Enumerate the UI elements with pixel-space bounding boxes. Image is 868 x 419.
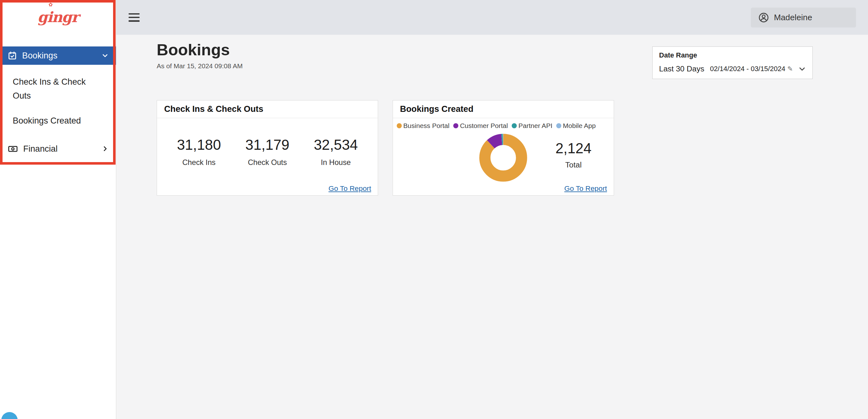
user-name: Madeleine (774, 12, 812, 23)
user-icon (758, 12, 769, 23)
chevron-right-icon (102, 146, 108, 152)
card-title: Check Ins & Check Outs (157, 100, 378, 118)
go-to-report-link[interactable]: Go To Report (564, 184, 607, 193)
sidebar-item-financial[interactable]: Financial (0, 140, 116, 158)
legend-item-customer-portal[interactable]: Customer Portal (453, 122, 508, 129)
chart-legend: Business PortalCustomer PortalPartner AP… (393, 118, 614, 129)
sidebar-nav: Bookings Check Ins & Check Outs Bookings… (0, 47, 116, 158)
sidebar-item-label: Financial (23, 144, 97, 154)
stat-value: 32,534 (314, 137, 358, 153)
legend-label: Business Portal (403, 122, 450, 129)
sidebar-item-bookings[interactable]: Bookings (0, 47, 116, 65)
legend-dot (512, 123, 517, 128)
gingr-logo[interactable]: ✿ gingr (0, 0, 116, 34)
sidebar-item-label: Check Ins & Check Outs (12, 75, 96, 103)
chat-widget-bubble[interactable] (1, 412, 18, 419)
bookings-created-card: Bookings Created Business PortalCustomer… (393, 100, 614, 195)
stat-label: In House (314, 158, 358, 167)
flower-icon: ✿ (49, 2, 53, 7)
sidebar-item-label: Bookings (22, 51, 97, 61)
stat-value: 31,179 (245, 137, 289, 153)
legend-label: Partner API (518, 122, 552, 129)
sidebar-item-check-ins-check-outs[interactable]: Check Ins & Check Outs (0, 75, 116, 103)
donut-chart (477, 131, 530, 184)
topbar: Madeleine (116, 0, 868, 35)
chart-total: 2,124 Total (556, 140, 592, 169)
stat-label: Check Ins (177, 158, 221, 167)
total-value: 2,124 (556, 140, 592, 157)
stats-row: 31,180 Check Ins 31,179 Check Outs 32,53… (157, 118, 378, 167)
main-area: Madeleine Bookings As of Mar 15, 2024 09… (116, 0, 868, 419)
date-range-preset: Last 30 Days (659, 64, 704, 73)
legend-item-partner-api[interactable]: Partner API (512, 122, 552, 129)
legend-dot (397, 123, 402, 128)
stat-check-outs: 31,179 Check Outs (245, 137, 289, 167)
go-to-report-link[interactable]: Go To Report (329, 184, 371, 193)
user-menu[interactable]: Madeleine (751, 7, 856, 28)
sidebar: ✿ gingr Bookings Check Ins & Check Outs … (0, 0, 116, 419)
stat-value: 31,180 (177, 137, 221, 153)
legend-label: Mobile App (563, 122, 596, 129)
logo-text: gingr (38, 8, 78, 26)
money-icon (8, 145, 18, 153)
date-range-label: Date Range (659, 51, 806, 59)
total-label: Total (556, 160, 592, 169)
menu-icon[interactable] (129, 13, 140, 22)
as-of-timestamp: As of Mar 15, 2024 09:08 AM (157, 62, 243, 70)
chevron-down-icon (102, 53, 108, 58)
calendar-icon (8, 51, 17, 60)
legend-item-mobile-app[interactable]: Mobile App (556, 122, 596, 129)
date-range-value: 02/14/2024 - 03/15/2024 ✎ (710, 65, 793, 73)
stat-label: Check Outs (245, 158, 289, 167)
date-range-panel: Date Range Last 30 Days 02/14/2024 - 03/… (652, 47, 813, 79)
legend-dot (453, 123, 458, 128)
app-window: ✿ gingr Bookings Check Ins & Check Outs … (0, 0, 868, 419)
card-title: Bookings Created (393, 100, 614, 118)
legend-item-business-portal[interactable]: Business Portal (397, 122, 450, 129)
checkins-card: Check Ins & Check Outs 31,180 Check Ins … (157, 100, 378, 195)
legend-label: Customer Portal (460, 122, 508, 129)
page-content: Bookings As of Mar 15, 2024 09:08 AM Dat… (116, 35, 868, 419)
stat-check-ins: 31,180 Check Ins (177, 137, 221, 167)
legend-dot (556, 123, 561, 128)
stat-in-house: 32,534 In House (314, 137, 358, 167)
sidebar-item-label: Bookings Created (12, 114, 96, 128)
chevron-down-icon (799, 65, 806, 73)
edit-icon[interactable]: ✎ (787, 65, 793, 72)
page-title: Bookings (157, 40, 243, 59)
date-range-select[interactable]: Last 30 Days 02/14/2024 - 03/15/2024 ✎ (659, 64, 806, 73)
sidebar-item-bookings-created[interactable]: Bookings Created (0, 114, 116, 128)
